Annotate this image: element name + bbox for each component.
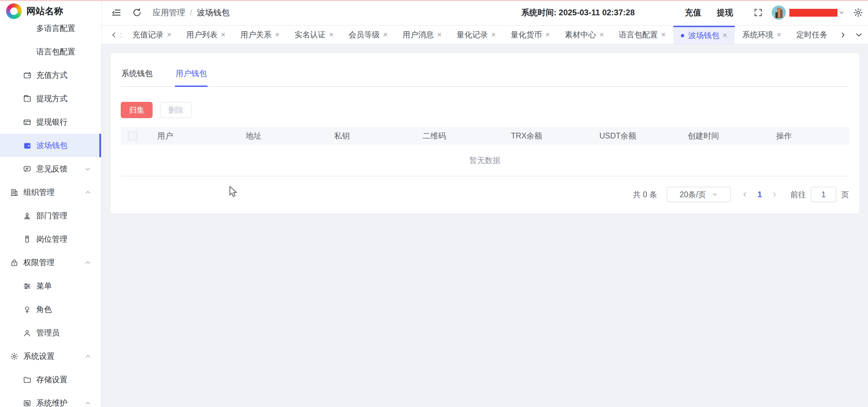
close-icon[interactable]: × bbox=[221, 31, 225, 39]
next-page-chevron-right-icon[interactable] bbox=[771, 191, 778, 198]
chevron-up-icon bbox=[84, 189, 92, 196]
tab-label: 用户消息 bbox=[402, 30, 434, 40]
prev-page-chevron-left-icon[interactable] bbox=[741, 191, 749, 198]
sidebar-item-label: 权限管理 bbox=[23, 257, 55, 268]
tab-quant-records[interactable]: 量化记录× bbox=[449, 26, 503, 44]
chevron-down-icon bbox=[711, 191, 718, 198]
wallet-tab-user-wallet[interactable]: 用户钱包 bbox=[175, 64, 208, 87]
close-icon[interactable]: × bbox=[329, 31, 333, 39]
sidebar-item-feedback[interactable]: 意见反馈 bbox=[0, 157, 101, 181]
sidebar-item-label: 意见反馈 bbox=[36, 164, 67, 174]
close-icon[interactable]: × bbox=[167, 31, 171, 39]
sidebar-item-label: 充值方式 bbox=[36, 70, 67, 80]
sidebar-item-tron-wallet[interactable]: 波场钱包 bbox=[0, 134, 101, 157]
sidebar-item-label: 角色 bbox=[36, 304, 52, 315]
sidebar-item-permission-management[interactable]: 权限管理 bbox=[0, 251, 101, 274]
sidebar-item-system-settings[interactable]: 系统设置 bbox=[0, 345, 101, 368]
chevron-right-icon[interactable] bbox=[839, 31, 847, 39]
tab-user-messages[interactable]: 用户消息× bbox=[395, 26, 449, 44]
wallet-table: 用户地址私钥二维码TRX余额USDT余额创建时间操作 暂无数据 bbox=[121, 127, 849, 177]
sidebar-item-recharge-method[interactable]: 充值方式 bbox=[0, 63, 101, 87]
page-suffix: 页 bbox=[841, 189, 849, 200]
gear-icon bbox=[9, 352, 19, 361]
breadcrumb: 应用管理 / 波场钱包 bbox=[153, 7, 230, 18]
bank-card-icon bbox=[22, 117, 32, 127]
sidebar-menu: 多语言配置语言包配置充值方式提现方式提现银行波场钱包意见反馈组织管理部门管理岗位… bbox=[0, 17, 101, 407]
tab-langpack-config[interactable]: 语言包配置× bbox=[611, 26, 673, 44]
tab-label: 量化货币 bbox=[511, 30, 542, 40]
sidebar-item-menu[interactable]: 菜单 bbox=[0, 274, 101, 298]
chevron-down-icon[interactable] bbox=[854, 31, 863, 39]
sidebar-item-storage-settings[interactable]: 存储设置 bbox=[0, 368, 101, 391]
wallet-tabs: 系统钱包用户钱包 bbox=[121, 53, 849, 87]
refresh-icon[interactable] bbox=[132, 8, 142, 17]
withdraw-link[interactable]: 提现 bbox=[717, 7, 733, 18]
tabbar: : 充值记录×用户列表×用户关系×实名认证×会员等级×用户消息×量化记录×量化货… bbox=[102, 26, 868, 44]
tab-label: 语言包配置 bbox=[619, 30, 658, 40]
sidebar-item-position-management[interactable]: 岗位管理 bbox=[0, 227, 101, 251]
page-size-select[interactable]: 20条/页 bbox=[667, 187, 731, 202]
delete-button[interactable]: 删除 bbox=[160, 102, 192, 118]
pagination: 共 0 条 20条/页 1 前往 页 bbox=[121, 187, 849, 202]
gear-icon[interactable] bbox=[853, 7, 863, 18]
breadcrumb-parent[interactable]: 应用管理 bbox=[153, 7, 185, 18]
system-time-value: 2025-03-11 02:37:28 bbox=[559, 8, 635, 17]
close-icon[interactable]: × bbox=[777, 31, 781, 39]
sidebar-item-langpack-config[interactable]: 语言包配置 bbox=[0, 40, 101, 63]
office-building-icon bbox=[9, 188, 19, 197]
sidebar-item-department-management[interactable]: 部门管理 bbox=[0, 204, 101, 227]
tab-user-relations[interactable]: 用户关系× bbox=[233, 26, 287, 44]
tab-label: 实名认证 bbox=[294, 30, 326, 40]
current-page[interactable]: 1 bbox=[757, 190, 762, 199]
active-tab-dot bbox=[681, 34, 684, 37]
close-icon[interactable]: × bbox=[383, 31, 388, 39]
sidebar-item-label: 语言包配置 bbox=[36, 47, 75, 57]
tab-recharge-records[interactable]: 充值记录× bbox=[125, 26, 179, 44]
close-icon[interactable]: × bbox=[723, 32, 727, 39]
close-icon[interactable]: × bbox=[491, 31, 496, 39]
column-header: 私钥 bbox=[319, 131, 407, 141]
tab-material-center[interactable]: 素材中心× bbox=[557, 26, 611, 44]
goto-page-input[interactable] bbox=[811, 187, 836, 202]
site-name: 网站名称 bbox=[26, 5, 63, 17]
tab-scheduled-tasks[interactable]: 定时任务× bbox=[789, 26, 829, 44]
recharge-link[interactable]: 充值 bbox=[685, 7, 701, 18]
tab-quant-currency[interactable]: 量化货币× bbox=[503, 26, 557, 44]
sidebar-item-role[interactable]: 角色 bbox=[0, 298, 101, 321]
sidebar-item-org-management[interactable]: 组织管理 bbox=[0, 181, 101, 204]
tab-list: 充值记录×用户列表×用户关系×实名认证×会员等级×用户消息×量化记录×量化货币×… bbox=[125, 26, 829, 44]
sidebar-item-administrator[interactable]: 管理员 bbox=[0, 321, 101, 345]
column-header: 用户 bbox=[142, 131, 230, 141]
column-header: 地址 bbox=[230, 131, 319, 141]
stamp-icon bbox=[22, 211, 32, 221]
close-icon[interactable]: × bbox=[437, 31, 441, 39]
tab-member-level[interactable]: 会员等级× bbox=[341, 26, 395, 44]
close-icon[interactable]: × bbox=[661, 31, 666, 39]
tab-realname-auth[interactable]: 实名认证× bbox=[287, 26, 341, 44]
close-icon[interactable]: × bbox=[545, 31, 550, 39]
tab-label: 用户关系 bbox=[240, 30, 272, 40]
wallet-tab-system-wallet[interactable]: 系统钱包 bbox=[121, 64, 153, 87]
column-header: TRX余额 bbox=[495, 131, 584, 141]
chevron-up-icon bbox=[84, 259, 92, 266]
wallet-card: 系统钱包用户钱包 归集删除 用户地址私钥二维码TRX余额USDT余额创建时间操作… bbox=[111, 53, 859, 214]
fold-icon[interactable] bbox=[111, 7, 121, 18]
sidebar-item-withdraw-bank[interactable]: 提现银行 bbox=[0, 110, 101, 134]
pagination-total: 共 0 条 bbox=[633, 189, 657, 200]
close-icon[interactable]: × bbox=[275, 31, 279, 39]
avatar[interactable] bbox=[772, 5, 786, 20]
tab-label: 系统环境 bbox=[742, 30, 773, 40]
tab-user-list[interactable]: 用户列表× bbox=[179, 26, 233, 44]
sliders-icon bbox=[22, 281, 32, 291]
caret-down-icon[interactable] bbox=[838, 9, 845, 16]
sidebar-item-withdraw-method[interactable]: 提现方式 bbox=[0, 87, 101, 110]
close-icon[interactable]: × bbox=[599, 31, 604, 39]
sidebar-item-multilang-config[interactable]: 多语言配置 bbox=[0, 17, 101, 40]
collect-button[interactable]: 归集 bbox=[121, 102, 153, 118]
fullscreen-icon[interactable] bbox=[753, 8, 763, 17]
tab-system-env[interactable]: 系统环境× bbox=[735, 26, 789, 44]
select-all-checkbox[interactable] bbox=[128, 131, 137, 141]
tab-tron-wallet[interactable]: 波场钱包× bbox=[673, 26, 735, 44]
sidebar-item-system-maintenance[interactable]: 系统维护 bbox=[0, 391, 101, 407]
chevron-left-icon[interactable] bbox=[110, 31, 118, 39]
